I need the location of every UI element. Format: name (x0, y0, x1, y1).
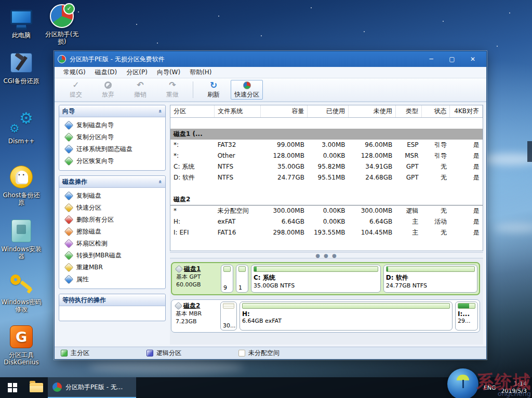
discard-button[interactable]: 放弃 (92, 78, 124, 101)
cell: 无 (422, 161, 450, 172)
column-header[interactable]: 状态 (422, 105, 450, 118)
desktop: 此电脑 分区助手(无损) CGI备份还原 ⚙⚙ Dism++ Ghost备份还原… (0, 0, 532, 398)
menu-item-3[interactable]: 向导(W) (152, 67, 185, 78)
partition-box[interactable]: 9 (221, 265, 233, 293)
cgi-backup-icon (10, 53, 32, 73)
taskbar-active-task[interactable]: 分区助手PE版 - 无... (48, 377, 136, 398)
column-header[interactable]: 类型 (395, 105, 421, 118)
menu-item-0[interactable]: 常规(G) (59, 67, 90, 78)
desktop-icon-cgi-backup[interactable]: CGI备份还原 (1, 50, 42, 85)
cell: 未分配空间 (215, 205, 261, 216)
column-header[interactable]: 文件系统 (215, 105, 261, 118)
title-bar[interactable]: 分区助手PE版 - 无损分区免费软件 ─ ▢ ✕ (55, 51, 486, 67)
refresh-button[interactable]: ↻ 刷新 (197, 78, 230, 101)
cell: 引导 (422, 150, 450, 161)
partition-row[interactable]: *未分配空间300.00MB0.00KB300.00MB逻辑无是 (170, 205, 483, 216)
sidebar-item[interactable]: 复制磁盘向导 (59, 119, 165, 131)
desktop-icon-dism[interactable]: ⚙⚙ Dism++ (1, 110, 42, 145)
disk-group-row[interactable]: 磁盘2 (170, 194, 483, 205)
disk-group-name: 磁盘2 (170, 194, 483, 205)
cell: MSR (395, 150, 421, 161)
column-header[interactable]: 4KB对齐 (450, 105, 483, 118)
desktop-icon-windows-installer[interactable]: Windows安装器 (1, 218, 42, 260)
partition-box[interactable]: 1 (236, 265, 248, 293)
redo-button[interactable]: ↷ 重做 (156, 78, 189, 101)
column-header[interactable]: 容量 (260, 105, 308, 118)
disk-info: 磁盘1基本 GPT60.00GB (174, 265, 218, 293)
partition-subtitle: 29... (458, 318, 475, 324)
panel-header[interactable]: 向导« (59, 105, 165, 117)
splitter-handle[interactable]: ● ● ● (170, 252, 483, 258)
close-button[interactable]: ✕ (462, 52, 483, 66)
maximize-button[interactable]: ▢ (442, 52, 462, 66)
cell: *: (170, 150, 215, 161)
usage-bar (223, 266, 231, 272)
partition-row[interactable]: C: 系统NTFS35.00GB95.82MB34.91GBGPT无是 (170, 161, 483, 172)
sidebar-item[interactable]: 重建MBR (59, 262, 165, 273)
task-label: 分区助手PE版 - 无... (65, 383, 123, 392)
quick-partition-button[interactable]: 快速分区 (231, 80, 263, 100)
partition-box[interactable]: C: 系统35.00GB NTFS (251, 265, 381, 293)
disk-size: 7.23GB (176, 318, 217, 325)
legend-label: 主分区 (71, 349, 89, 358)
column-header[interactable]: 分区 (170, 105, 215, 118)
collapse-icon[interactable]: « (157, 180, 164, 183)
partition-box[interactable]: H:6.64GB exFAT (240, 301, 453, 331)
column-header[interactable]: 已使用 (308, 105, 349, 118)
menu-item-4[interactable]: 帮助(H) (185, 67, 216, 78)
cell: * (170, 205, 215, 216)
file-explorer-button[interactable] (25, 377, 48, 398)
cell: 引导 (422, 140, 450, 150)
collapse-icon[interactable]: « (157, 109, 164, 113)
sidebar-item[interactable]: 擦除磁盘 (59, 226, 165, 238)
panel-header[interactable]: 磁盘操作« (59, 176, 165, 188)
language-indicator[interactable]: ENG (484, 385, 496, 391)
menu-item-2[interactable]: 分区(P) (122, 67, 152, 78)
sidebar-item[interactable]: 属性 (59, 273, 165, 285)
partition-box[interactable]: 30... (220, 301, 237, 331)
partition-row[interactable]: I: EFIFAT16298.00MB193.55MB104.45MB主无是 (170, 227, 483, 238)
desktop-icon-ghost-backup[interactable]: Ghost备份还原 (1, 164, 42, 206)
start-button[interactable] (0, 377, 25, 398)
sidebar-item[interactable]: 快速分区 (59, 202, 165, 214)
usage-fill (254, 267, 257, 271)
star (497, 46, 498, 47)
ghost-icon (10, 166, 33, 188)
desktop-icon-diskgenius[interactable]: G 分区工具 DiskGenius (1, 324, 42, 366)
sidebar-item[interactable]: 复制分区向导 (59, 131, 165, 143)
cell: 无 (422, 227, 450, 238)
partition-row[interactable]: *:Other128.00MB0.00KB128.00MBMSR引导是 (170, 150, 483, 161)
partition-row[interactable]: *:FAT3299.00MB3.00MB96.00MBESP引导是 (170, 140, 483, 150)
clock[interactable]: 1:14 2019/5/3 (501, 380, 527, 395)
disk-scheme: 基本 GPT (176, 273, 217, 281)
desktop-icon-windows-password[interactable]: Windows密码修改 (1, 271, 42, 313)
sidebar-item[interactable]: 转换到MBR磁盘 (59, 250, 165, 262)
sidebar-item[interactable]: 复制磁盘 (59, 190, 165, 202)
column-header[interactable]: 未使用 (349, 105, 396, 118)
disk-strip-2[interactable]: 磁盘2基本 MBR7.23GB30...H:6.64GB exFATI:...2… (171, 299, 480, 333)
undo-button[interactable]: ↶ 撤销 (124, 78, 156, 101)
panel-header[interactable]: 等待执行的操作 (59, 294, 165, 306)
legend-bar: 主分区逻辑分区未分配空间 (55, 347, 486, 359)
disk-strip-1[interactable]: 磁盘1基本 GPT60.00GB91C: 系统35.00GB NTFSD: 软件… (171, 262, 480, 295)
sidebar-item[interactable]: 删除所有分区 (59, 214, 165, 226)
partition-row[interactable]: H:exFAT6.64GB0.00KB6.64GB主活动是 (170, 216, 483, 227)
cell: 128.00MB (260, 150, 308, 161)
tray-logo-icon (447, 368, 478, 398)
partition-box[interactable]: I:...29... (455, 301, 478, 331)
sidebar-item[interactable]: 分区恢复向导 (59, 155, 165, 167)
cell: FAT32 (215, 140, 261, 150)
desktop-icon-this-pc[interactable]: 此电脑 (1, 4, 42, 39)
partition-row[interactable]: D: 软件NTFS24.77GB95.51MB24.68GBGPT无是 (170, 172, 483, 183)
sidebar-item[interactable]: 迁移系统到固态磁盘 (59, 143, 165, 155)
minimize-button[interactable]: ─ (421, 52, 442, 66)
commit-button[interactable]: ✓ 提交 (60, 78, 92, 101)
toolbar-separator (193, 81, 193, 98)
panel-body: 复制磁盘快速分区删除所有分区擦除磁盘坏扇区检测转换到MBR磁盘重建MBR属性 (59, 188, 165, 289)
window-title: 分区助手PE版 - 无损分区免费软件 (70, 55, 421, 64)
partition-box[interactable]: D: 软件24.77GB NTFS (383, 265, 477, 293)
sidebar-item[interactable]: 坏扇区检测 (59, 238, 165, 250)
disk-group-row[interactable]: 磁盘1 (... (170, 129, 483, 140)
menu-item-1[interactable]: 磁盘(D) (90, 67, 122, 78)
desktop-icon-partition-assistant[interactable]: 分区助手(无损) (42, 3, 82, 45)
